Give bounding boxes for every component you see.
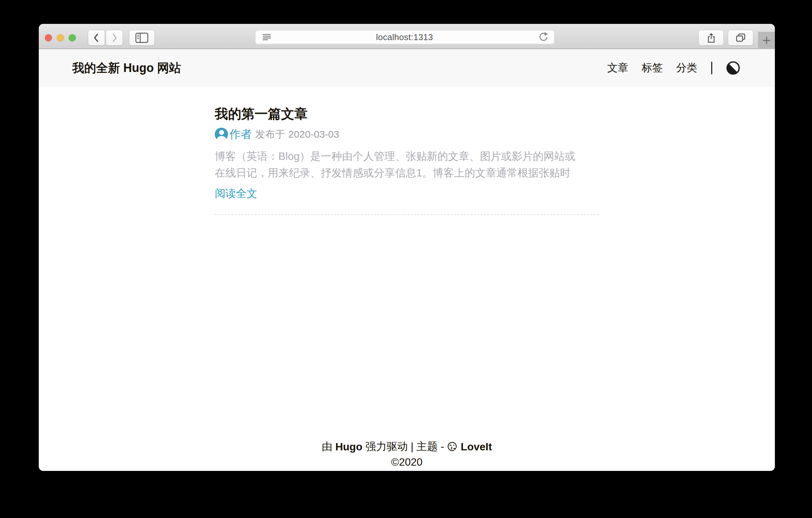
share-icon xyxy=(706,32,716,43)
zoom-window-button[interactable] xyxy=(68,34,76,42)
minimize-window-button[interactable] xyxy=(57,34,64,42)
hugo-link[interactable]: Hugo xyxy=(336,441,362,453)
browser-toolbar: localhost:1313 xyxy=(39,24,775,49)
site-footer: 由 Hugo 强力驱动 | 主题 - LoveIt ©202 xyxy=(39,439,775,468)
kiss-wink-heart-icon xyxy=(447,441,458,452)
theme-toggle-icon[interactable] xyxy=(726,61,740,75)
forward-button[interactable] xyxy=(106,30,123,46)
publish-prefix: 发布于 xyxy=(255,128,285,141)
back-button[interactable] xyxy=(88,30,105,46)
chevron-right-icon xyxy=(110,33,119,43)
reload-icon[interactable] xyxy=(538,31,549,43)
tabs-icon xyxy=(735,33,746,43)
post-meta: 作者 发布于 2020-03-03 xyxy=(215,127,599,142)
copyright-text: ©2020 xyxy=(39,456,775,468)
footer-powered-line: 由 Hugo 强力驱动 | 主题 - LoveIt xyxy=(322,439,492,454)
footer-prefix: 由 xyxy=(322,439,332,454)
plus-icon xyxy=(762,35,772,46)
post-title-link[interactable]: 我的第一篇文章 xyxy=(215,106,599,122)
page-content: 我的第一篇文章 作者 发布于 2020-03-03 博客（英语：Blog）是一种… xyxy=(39,87,775,471)
url-text: localhost:1313 xyxy=(271,32,538,43)
desktop-background: localhost:1313 xyxy=(0,0,812,518)
site-title-link[interactable]: 我的全新 Hugo 网站 xyxy=(72,60,181,76)
tab-overview-button[interactable] xyxy=(728,30,753,46)
post-summary-text: 博客（英语：Blog）是一种由个人管理、张贴新的文章、图片或影片的网站或在线日记… xyxy=(215,148,579,181)
share-button[interactable] xyxy=(699,30,724,46)
site-nav: 文章 标签 分类 xyxy=(607,61,740,75)
close-window-button[interactable] xyxy=(45,34,52,42)
new-tab-button[interactable] xyxy=(758,32,775,49)
footer-middle: 强力驱动 | 主题 - xyxy=(365,439,444,454)
sidebar-icon xyxy=(135,32,148,43)
author-link[interactable]: 作者 xyxy=(229,127,252,142)
author-avatar-icon xyxy=(215,128,228,141)
nav-link-posts[interactable]: 文章 xyxy=(607,61,628,75)
post-summary-card: 我的第一篇文章 作者 发布于 2020-03-03 博客（英语：Blog）是一种… xyxy=(215,106,599,215)
site-header: 我的全新 Hugo 网站 文章 标签 分类 xyxy=(39,49,775,87)
reader-mode-icon[interactable] xyxy=(262,33,271,41)
chevron-left-icon xyxy=(92,33,101,43)
read-more-link[interactable]: 阅读全文 xyxy=(215,186,257,201)
sidebar-toggle-button[interactable] xyxy=(129,30,154,46)
nav-link-categories[interactable]: 分类 xyxy=(676,61,697,75)
safari-window: localhost:1313 xyxy=(39,24,775,471)
publish-date: 2020-03-03 xyxy=(288,129,339,140)
traffic-lights xyxy=(45,34,76,42)
theme-link[interactable]: LoveIt xyxy=(461,441,492,453)
nav-divider xyxy=(711,62,712,74)
address-bar[interactable]: localhost:1313 xyxy=(255,30,554,44)
nav-link-tags[interactable]: 标签 xyxy=(642,61,663,75)
post-divider xyxy=(215,214,599,215)
